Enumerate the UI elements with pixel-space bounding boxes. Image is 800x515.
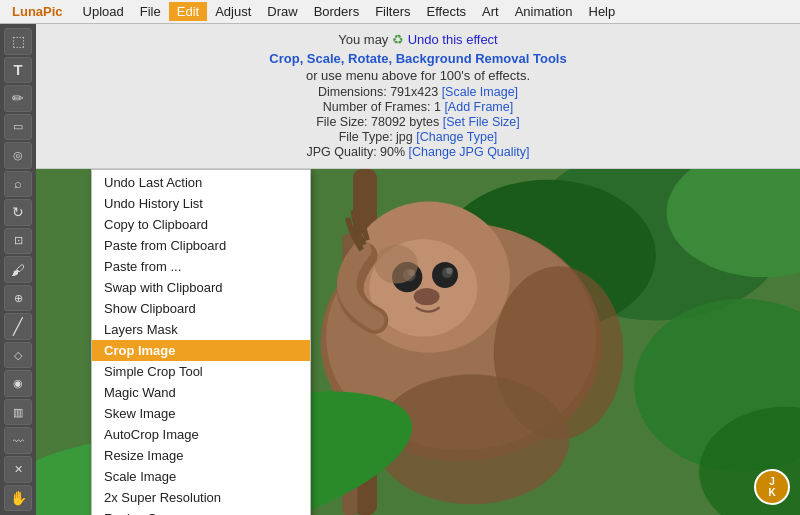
brand-logo[interactable]: LunaPic	[4, 2, 71, 21]
menu-animation[interactable]: Animation	[507, 2, 581, 21]
rotate-tool[interactable]: ↻	[4, 199, 32, 226]
scale-image-link[interactable]: [Scale Image]	[442, 85, 518, 99]
filetype-line: File Type: jpg [Change Type]	[52, 130, 784, 144]
dimensions-line: Dimensions: 791x423 [Scale Image]	[52, 85, 784, 99]
dropdown-menu: Undo Last Action Undo History List Copy …	[91, 169, 311, 515]
content-area: You may ♻ Undo this effect Crop, Scale, …	[36, 24, 800, 515]
set-filesize-link[interactable]: [Set File Size]	[443, 115, 520, 129]
menu-adjust[interactable]: Adjust	[207, 2, 259, 21]
undo-line: You may ♻ Undo this effect	[52, 32, 784, 47]
dropdown-resize[interactable]: Resize Image	[92, 445, 310, 466]
eraser-tool[interactable]: ▭	[4, 114, 32, 141]
dropdown-skew[interactable]: Skew Image	[92, 403, 310, 424]
line-tool[interactable]: ╱	[4, 313, 32, 340]
svg-point-15	[446, 267, 452, 273]
dropdown-undo-last[interactable]: Undo Last Action	[92, 172, 310, 193]
dropdown-show-clipboard[interactable]: Show Clipboard	[92, 298, 310, 319]
menu-effects[interactable]: Effects	[419, 2, 475, 21]
menu-help[interactable]: Help	[581, 2, 624, 21]
menu-art[interactable]: Art	[474, 2, 507, 21]
dropdown-layers-mask[interactable]: Layers Mask	[92, 319, 310, 340]
add-frame-link[interactable]: [Add Frame]	[444, 100, 513, 114]
tools-line: Crop, Scale, Rotate, Background Removal …	[52, 51, 784, 66]
svg-point-17	[375, 245, 418, 284]
text-tool[interactable]: T	[4, 57, 32, 84]
menu-upload[interactable]: Upload	[75, 2, 132, 21]
dropdown-crop-image[interactable]: Crop Image	[92, 340, 310, 361]
clone-tool[interactable]: ⊕	[4, 285, 32, 312]
warp-tool[interactable]: ✕	[4, 456, 32, 483]
change-jpgquality-link[interactable]: [Change JPG Quality]	[409, 145, 530, 159]
dropdown-undo-history[interactable]: Undo History List	[92, 193, 310, 214]
menu-filters[interactable]: Filters	[367, 2, 418, 21]
dropdown-super-res[interactable]: 2x Super Resolution	[92, 487, 310, 508]
brush-tool[interactable]: 🖌	[4, 256, 32, 283]
menu-bar: LunaPic Upload File Edit Adjust Draw Bor…	[0, 0, 800, 24]
shape-tool[interactable]: ◇	[4, 342, 32, 369]
eye-tool[interactable]: ◎	[4, 142, 32, 169]
crop-tool[interactable]: ⊡	[4, 228, 32, 255]
search-tool[interactable]: ⌕	[4, 171, 32, 198]
image-area: Undo Last Action Undo History List Copy …	[36, 169, 800, 515]
undo-link[interactable]: Undo this effect	[408, 32, 498, 47]
dropdown-paste[interactable]: Paste from Clipboard	[92, 235, 310, 256]
frames-line: Number of Frames: 1 [Add Frame]	[52, 100, 784, 114]
dropdown-paste-from[interactable]: Paste from ...	[92, 256, 310, 277]
undo-arrow: ♻	[392, 32, 404, 47]
gradient-tool[interactable]: ▥	[4, 399, 32, 426]
avatar-badge[interactable]: JK	[754, 469, 790, 505]
menu-draw[interactable]: Draw	[259, 2, 305, 21]
menu-file[interactable]: File	[132, 2, 169, 21]
dropdown-copy[interactable]: Copy to Clipboard	[92, 214, 310, 235]
dropdown-simple-crop[interactable]: Simple Crop Tool	[92, 361, 310, 382]
dropdown-resize-canvas[interactable]: Resize Canvas	[92, 508, 310, 515]
main-layout: ⬚ T ✏ ▭ ◎ ⌕ ↻ ⊡ 🖌 ⊕ ╱ ◇ ◉ ▥ 〰 ✕ ✋ You ma…	[0, 24, 800, 515]
dropdown-autocrop[interactable]: AutoCrop Image	[92, 424, 310, 445]
select-tool[interactable]: ⬚	[4, 28, 32, 55]
smudge-tool[interactable]: 〰	[4, 427, 32, 454]
paint-tool[interactable]: ✏	[4, 85, 32, 112]
dropdown-scale[interactable]: Scale Image	[92, 466, 310, 487]
dropdown-magic-wand[interactable]: Magic Wand	[92, 382, 310, 403]
sub-line: or use menu above for 100's of effects.	[52, 68, 784, 83]
menu-edit[interactable]: Edit	[169, 2, 207, 21]
jpgquality-line: JPG Quality: 90% [Change JPG Quality]	[52, 145, 784, 159]
undo-text: You may	[338, 32, 392, 47]
info-panel: You may ♻ Undo this effect Crop, Scale, …	[36, 24, 800, 169]
avatar-text: JK	[768, 476, 775, 498]
menu-borders[interactable]: Borders	[306, 2, 368, 21]
hand-tool[interactable]: ✋	[4, 485, 32, 512]
dropdown-swap[interactable]: Swap with Clipboard	[92, 277, 310, 298]
filesize-line: File Size: 78092 bytes [Set File Size]	[52, 115, 784, 129]
left-toolbar: ⬚ T ✏ ▭ ◎ ⌕ ↻ ⊡ 🖌 ⊕ ╱ ◇ ◉ ▥ 〰 ✕ ✋	[0, 24, 36, 515]
color-tool[interactable]: ◉	[4, 370, 32, 397]
change-type-link[interactable]: [Change Type]	[416, 130, 497, 144]
svg-point-16	[414, 288, 440, 305]
